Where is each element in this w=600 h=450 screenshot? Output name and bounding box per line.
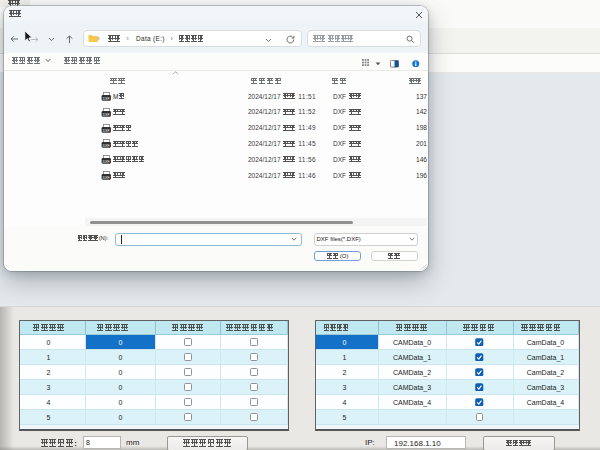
svg-text:DXF: DXF <box>103 112 110 116</box>
svg-text:DXF: DXF <box>103 128 110 132</box>
svg-text:DXF: DXF <box>103 160 110 164</box>
svg-text:DXF: DXF <box>103 176 110 180</box>
svg-text:DXF: DXF <box>103 96 110 100</box>
svg-text:DXF: DXF <box>103 144 110 148</box>
